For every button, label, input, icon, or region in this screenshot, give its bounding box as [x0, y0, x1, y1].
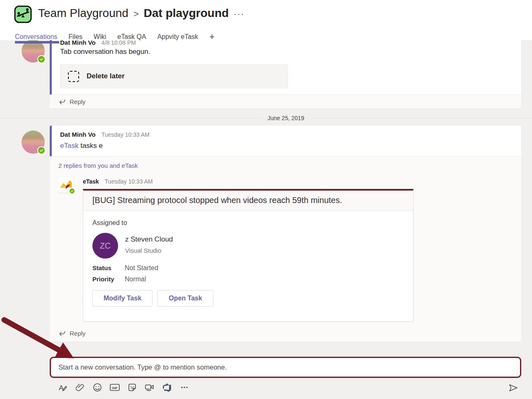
- message-author: Dat Minh Vo: [60, 131, 96, 138]
- priority-row: Priority Normal: [92, 276, 404, 283]
- gif-icon[interactable]: GIF: [109, 382, 120, 393]
- emoji-icon[interactable]: [92, 382, 103, 393]
- priority-label: Priority: [92, 276, 125, 283]
- assignee-org: Visual Studio: [125, 247, 173, 254]
- tab-wiki[interactable]: Wiki: [94, 33, 106, 41]
- channel-name[interactable]: Dat playground: [144, 7, 229, 20]
- channel-more-icon[interactable]: ···: [234, 8, 244, 19]
- task-title: [BUG] Streaming protocol stopped when vi…: [83, 191, 413, 211]
- assignee-name: z Steven Cloud: [125, 235, 173, 244]
- tab-files[interactable]: Files: [68, 33, 82, 41]
- task-fields: Status Not Started Priority Normal: [92, 264, 404, 283]
- breadcrumb: Team Playground > Dat playground ···: [38, 7, 244, 20]
- reply-label: Reply: [70, 330, 85, 337]
- assignee-info: z Steven Cloud Visual Studio: [125, 233, 173, 259]
- format-icon[interactable]: A: [57, 382, 68, 393]
- bot-name: eTask: [83, 178, 99, 185]
- open-task-button[interactable]: Open Task: [157, 290, 213, 307]
- attach-icon[interactable]: [75, 382, 85, 393]
- compose-box-highlighted: [50, 357, 521, 378]
- message-text: Tab conversation has begun.: [60, 48, 150, 56]
- new-conversation-input[interactable]: [51, 358, 520, 377]
- reply-label: Reply: [70, 98, 85, 105]
- compose-toolbar: A GIF: [57, 382, 190, 393]
- message-text: eTask tasks e: [60, 142, 103, 150]
- active-tab-underline: [15, 41, 59, 44]
- status-row: Status Not Started: [92, 264, 404, 272]
- task-card: [BUG] Streaming protocol stopped when vi…: [83, 189, 414, 322]
- message-main: Dat Minh Vo Tuesday 10:33 AM eTask tasks…: [50, 126, 521, 156]
- thread-reply-link[interactable]: Reply: [58, 330, 85, 337]
- delete-later-label: Delete later: [87, 72, 125, 80]
- reply-arrow-icon: [58, 99, 66, 105]
- breadcrumb-separator: >: [133, 7, 139, 19]
- reply-bar[interactable]: Reply: [50, 94, 521, 109]
- assignee-initials: ZC: [100, 241, 111, 251]
- meet-now-icon[interactable]: [144, 382, 155, 393]
- gif-label: GIF: [112, 386, 117, 390]
- team-playground-icon[interactable]: [14, 5, 32, 24]
- team-name[interactable]: Team Playground: [38, 7, 128, 20]
- mention-etask[interactable]: eTask: [60, 142, 78, 150]
- date-divider-label: June 25, 2019: [261, 114, 311, 122]
- avatar-etask-bot[interactable]: [58, 177, 74, 193]
- priority-value: Normal: [125, 276, 146, 283]
- thread-replies-link[interactable]: 2 replies from you and eTask: [58, 162, 138, 169]
- message-timestamp: Tuesday 10:33 AM: [102, 131, 150, 138]
- more-options-icon[interactable]: [179, 382, 190, 393]
- channel-header: Team Playground > Dat playground ··· Con…: [0, 0, 532, 40]
- add-tab-button[interactable]: +: [209, 31, 215, 42]
- status-value: Not Started: [125, 264, 158, 272]
- message-clipped: Dat Minh Vo 4/8 10:08 PM Tab conversatio…: [50, 36, 521, 94]
- avatar-dat-minh-vo[interactable]: [22, 131, 45, 154]
- assigned-to-label: Assigned to: [92, 219, 404, 227]
- thread-section: 2 replies from you and eTask eTask Tuesd…: [50, 156, 521, 342]
- reply-arrow-icon: [58, 330, 66, 337]
- assignee-row: ZC z Steven Cloud Visual Studio: [92, 233, 404, 259]
- modify-task-button[interactable]: Modify Task: [92, 290, 152, 307]
- azure-devops-icon[interactable]: [162, 382, 172, 393]
- assignee-avatar: ZC: [92, 233, 118, 259]
- bot-message-header: eTask Tuesday 10:33 AM: [83, 178, 153, 185]
- selection-dashed-icon: [68, 71, 79, 82]
- delete-later-card[interactable]: Delete later: [60, 64, 288, 88]
- task-buttons: Modify Task Open Task: [92, 290, 404, 307]
- message-text-rest: tasks e: [80, 142, 103, 150]
- status-label: Status: [92, 264, 125, 271]
- presence-available-icon: [69, 188, 75, 194]
- message-header: Dat Minh Vo Tuesday 10:33 AM: [60, 131, 150, 138]
- bot-timestamp: Tuesday 10:33 AM: [105, 178, 153, 185]
- send-icon[interactable]: [508, 382, 519, 393]
- presence-available-icon: [37, 146, 46, 155]
- tab-etask-qa[interactable]: eTask QA: [117, 33, 146, 41]
- task-body: Assigned to ZC z Steven Cloud Visual Stu…: [83, 211, 413, 307]
- presence-available-icon: [37, 55, 46, 63]
- tab-conversations[interactable]: Conversations: [15, 33, 57, 41]
- tab-appvity-etask[interactable]: Appvity eTask: [157, 33, 198, 41]
- sticker-icon[interactable]: [127, 382, 138, 393]
